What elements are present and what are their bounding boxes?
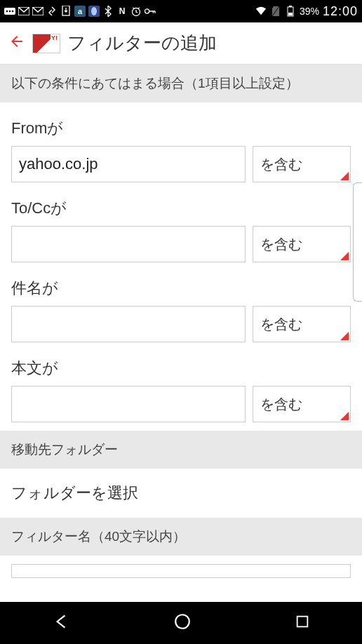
nfc-icon: N bbox=[116, 6, 128, 17]
wifi-icon bbox=[255, 6, 267, 17]
nav-back-button[interactable] bbox=[52, 612, 70, 633]
nav-recent-button[interactable] bbox=[295, 614, 310, 632]
bluetooth-icon bbox=[102, 6, 114, 17]
alarm-icon bbox=[130, 6, 142, 17]
yahoo-mail-logo bbox=[32, 34, 60, 53]
app-icon bbox=[88, 6, 100, 17]
tocc-match-select[interactable]: を含む bbox=[253, 226, 351, 262]
vpn-key-icon bbox=[145, 6, 156, 17]
subject-label: 件名が bbox=[11, 278, 351, 299]
svg-point-14 bbox=[175, 615, 189, 629]
from-input[interactable] bbox=[11, 146, 246, 182]
body-match-label: を含む bbox=[260, 395, 302, 414]
svg-point-9 bbox=[145, 9, 149, 13]
svg-point-2 bbox=[9, 11, 11, 13]
svg-rect-12 bbox=[289, 6, 292, 7]
svg-rect-13 bbox=[288, 13, 293, 15]
side-tab-handle[interactable] bbox=[353, 182, 362, 302]
no-sim-icon bbox=[270, 6, 281, 17]
battery-percent: 39% bbox=[300, 6, 319, 17]
more-icon bbox=[4, 6, 15, 17]
dropdown-triangle-icon bbox=[340, 252, 349, 260]
tocc-field: To/Ccが を含む bbox=[11, 182, 351, 262]
download-icon bbox=[60, 6, 72, 17]
status-right: 39% 12:00 bbox=[255, 4, 358, 19]
subject-match-select[interactable]: を含む bbox=[253, 306, 351, 342]
filter-name-section-header: フィルター名（40文字以内） bbox=[0, 518, 362, 556]
tocc-label: To/Ccが bbox=[11, 198, 351, 219]
clock: 12:00 bbox=[323, 4, 358, 19]
subject-match-label: を含む bbox=[260, 315, 302, 334]
status-bar: a N 39% 12:00 bbox=[0, 0, 362, 22]
conditions-section-header: 以下の条件にあてはまる場合（1項目以上設定） bbox=[0, 65, 362, 102]
status-left: a N bbox=[4, 6, 255, 17]
from-match-label: を含む bbox=[260, 155, 302, 174]
body-label: 本文が bbox=[11, 358, 351, 379]
folder-select-label: フォルダーを選択 bbox=[11, 484, 138, 502]
body-field: 本文が を含む bbox=[11, 342, 351, 422]
conditions-section: Fromが を含む To/Ccが を含む 件名が を含む bbox=[0, 102, 362, 431]
battery-icon bbox=[285, 6, 296, 17]
from-label: Fromが bbox=[11, 118, 351, 139]
mail-icon-2 bbox=[32, 6, 43, 17]
back-button[interactable] bbox=[8, 32, 25, 55]
sync-icon bbox=[46, 6, 58, 17]
mail-icon bbox=[18, 6, 29, 17]
android-nav-bar bbox=[0, 602, 362, 644]
dropdown-triangle-icon bbox=[340, 172, 349, 180]
filter-name-input[interactable] bbox=[11, 564, 351, 578]
app-header: フィルターの追加 bbox=[0, 22, 362, 65]
tocc-input[interactable] bbox=[11, 226, 246, 262]
dropdown-triangle-icon bbox=[340, 412, 349, 420]
subject-input[interactable] bbox=[11, 306, 246, 342]
move-folder-section-header: 移動先フォルダー bbox=[0, 431, 362, 469]
nav-home-button[interactable] bbox=[173, 612, 192, 633]
body-match-select[interactable]: を含む bbox=[253, 386, 351, 422]
svg-point-3 bbox=[12, 11, 14, 13]
dropdown-triangle-icon bbox=[340, 332, 349, 340]
page-title: フィルターの追加 bbox=[67, 31, 217, 55]
from-match-select[interactable]: を含む bbox=[253, 146, 351, 182]
svg-point-1 bbox=[6, 11, 8, 13]
svg-point-7 bbox=[91, 7, 97, 15]
subject-field: 件名が を含む bbox=[11, 262, 351, 342]
amazon-icon: a bbox=[74, 6, 86, 17]
from-field: Fromが を含む bbox=[11, 102, 351, 182]
filter-name-row bbox=[0, 556, 362, 578]
folder-select[interactable]: フォルダーを選択 bbox=[0, 469, 362, 518]
body-input[interactable] bbox=[11, 386, 246, 422]
tocc-match-label: を含む bbox=[260, 235, 302, 254]
svg-rect-15 bbox=[297, 617, 308, 627]
